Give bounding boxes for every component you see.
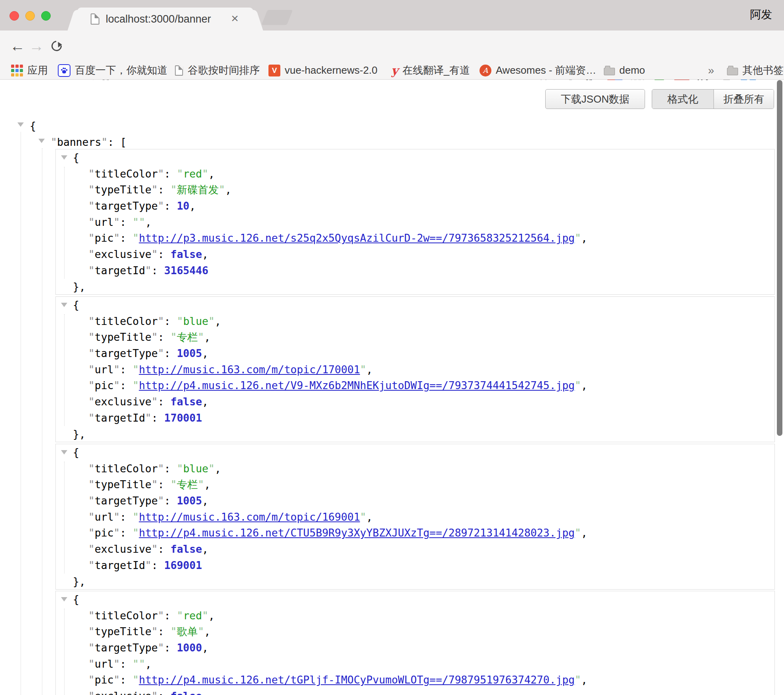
json-field-row: "pic": "http://p3.music.126.net/s25q2x5Q… [56,230,774,246]
json-url-link[interactable]: http://p4.music.126.net/V9-MXz6b2MNhEKju… [139,379,575,391]
bookmark-item[interactable]: 应用 [11,61,48,79]
json-url-link[interactable]: http://music.163.com/m/topic/169001 [139,511,360,523]
json-key: targetType [95,347,158,359]
json-key: exclusive [95,395,152,408]
json-field-row: "url": "", [56,656,774,672]
json-field-row: "titleColor": "blue", [56,461,774,477]
reload-icon[interactable] [51,41,63,52]
json-literal-value: false [170,690,202,695]
json-field-row: "pic": "http://p4.music.126.net/V9-MXz6b… [56,378,774,394]
document-icon [175,65,183,76]
json-field-row: "titleColor": "red", [56,166,774,182]
apps-grid-icon [11,65,23,76]
json-field-row: "targetType": 1005, [56,493,774,509]
indent-guide [21,132,21,695]
json-field-row: "targetType": 1005, [56,346,774,362]
tab-close-icon[interactable]: × [227,8,243,31]
json-string-value: 歌单 [177,625,198,638]
scrollbar-thumb[interactable] [777,80,782,436]
json-open-brace-row: { [56,297,774,313]
vue-icon: V [268,65,280,76]
json-key: exclusive [95,690,152,695]
json-literal-value: 1005 [177,495,202,507]
bookmark-item[interactable]: demo [604,61,645,79]
json-field-row: "url": "", [56,214,774,231]
json-key: targetType [95,495,158,507]
other-bookmarks-folder[interactable]: 其他书签 [727,61,784,79]
json-object-box: {"titleColor": "red","typeTitle": "新碟首发"… [55,149,775,295]
json-object-box: {"titleColor": "blue","typeTitle": "专栏",… [55,296,775,442]
json-key: exclusive [95,543,152,555]
json-literal-value: 1000 [177,642,202,654]
json-literal-value: 10 [177,200,189,212]
json-key: typeTitle [95,331,152,343]
youdao-icon: y [391,65,398,76]
json-string-value: blue [183,315,208,327]
json-object-box: {"titleColor": "red","typeTitle": "歌单","… [55,591,775,695]
browser-toolbar: ← → i localhost:3000/banner ☆ V英enFET▶▶ [0,31,784,61]
collapse-all-button[interactable]: 折叠所有 [714,90,774,109]
json-key: targetId [95,559,145,571]
json-string-value: 专栏 [177,478,198,491]
new-tab-button[interactable] [261,10,293,25]
json-banners-key-row: "banners": [ [51,134,127,150]
json-literal-value: 170001 [164,412,202,424]
format-collapse-button-group: 格式化 折叠所有 [652,89,774,109]
json-field-row: "targetId": 169001 [56,558,774,574]
json-key: pic [95,232,114,244]
bookmark-item[interactable]: 谷歌按时间排序 [175,61,260,79]
collapse-toggle-icon[interactable] [17,122,24,127]
json-url-link[interactable]: http://music.163.com/m/topic/170001 [139,363,360,376]
json-string-value: 专栏 [177,331,198,343]
profile-name[interactable]: 阿发 [750,0,772,29]
json-literal-value: false [170,543,202,555]
tab-title: localhost:3000/banner [106,8,211,31]
json-url-link[interactable]: http://p4.music.126.net/CTU5B9R9y3XyYBZX… [139,527,575,539]
json-key: targetType [95,200,158,212]
format-button[interactable]: 格式化 [652,90,714,109]
json-close-brace-row: }, [56,574,774,590]
json-open-brace-row: { [56,445,774,461]
json-literal-value: 169001 [164,559,202,571]
json-key: url [95,511,114,523]
json-string-value: red [183,609,202,622]
active-tab[interactable]: localhost:3000/banner × [77,8,253,31]
json-field-row: "typeTitle": "新碟首发", [56,182,774,198]
back-arrow-icon[interactable]: ← [9,31,26,61]
bookmark-label: demo [619,64,645,76]
bookmark-item[interactable]: Vvue-hackernews-2.0 [268,61,377,79]
bookmark-item[interactable]: AAwesomes - 前端资… [480,61,596,79]
json-key: pic [95,379,114,391]
indent-guide [42,148,42,695]
json-key: titleColor [95,462,158,475]
json-key: url [95,658,114,670]
json-field-row: "exclusive": false, [56,394,774,410]
json-field-row: "exclusive": false, [56,541,774,558]
bookmark-label: 在线翻译_有道 [402,63,470,77]
bookmark-label: 其他书签 [742,63,784,77]
bookmark-label: vue-hackernews-2.0 [285,64,377,76]
bookmarks-overflow-chevron[interactable]: » [708,61,714,79]
bookmark-label: Awesomes - 前端资… [496,63,596,77]
json-key: targetId [95,412,145,424]
baidu-paw-icon [58,64,70,77]
window-minimize-button[interactable] [25,11,35,21]
bookmark-label: 谷歌按时间排序 [188,63,260,77]
json-url-link[interactable]: http://p3.music.126.net/s25q2x5QyqsAzilC… [139,232,575,244]
json-key: pic [95,674,114,686]
bookmark-item[interactable]: y在线翻译_有道 [391,61,470,79]
json-field-row: "url": "http://music.163.com/m/topic/169… [56,509,774,525]
window-zoom-button[interactable] [41,11,51,21]
json-field-row: "exclusive": false, [56,246,774,263]
json-object-box: {"titleColor": "blue","typeTitle": "专栏",… [55,444,775,590]
json-url-link[interactable]: http://p4.music.126.net/tGPljf-IMOCyPvum… [139,674,575,686]
json-key: targetId [95,264,145,277]
json-key: url [95,363,114,376]
json-key: typeTitle [95,478,152,491]
window-close-button[interactable] [10,11,19,21]
collapse-toggle-icon[interactable] [38,139,45,143]
forward-arrow-icon[interactable]: → [28,31,45,61]
bookmark-item[interactable]: 百度一下，你就知道 [58,61,167,79]
download-json-button[interactable]: 下载JSON数据 [545,89,645,109]
json-literal-value: 3165446 [164,264,209,277]
